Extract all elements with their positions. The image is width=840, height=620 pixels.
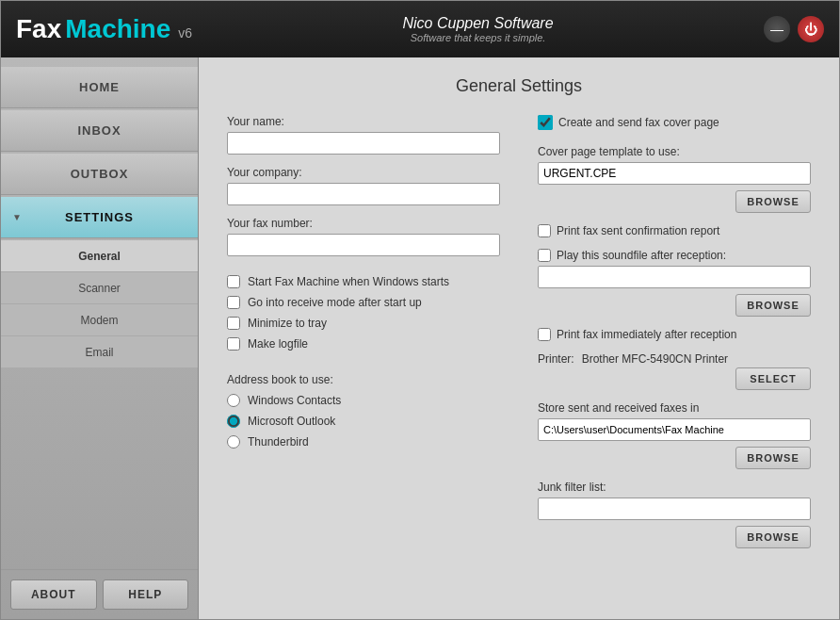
print-confirmation-row[interactable]: Print fax sent confirmation report [538,224,811,237]
fax-number-label: Your fax number: [227,217,500,230]
header: Fax Machine v6 Nico Cuppen Software Soft… [1,1,839,57]
start-windows-checkbox[interactable] [227,275,240,288]
startup-options: Start Fax Machine when Windows starts Go… [227,275,500,351]
sidebar-item-home[interactable]: HOME [1,67,198,108]
windows-contacts-radio[interactable] [227,394,240,407]
settings-arrow-icon: ▼ [12,212,23,222]
company-label: Your company: [227,166,500,179]
about-button[interactable]: ABOUT [10,579,97,610]
make-logfile-label: Make logfile [248,337,308,351]
microsoft-outlook-radio[interactable] [227,415,240,428]
address-book-section: Address book to use: Windows Contacts Mi… [227,373,500,449]
thunderbird-radio[interactable] [227,435,240,449]
receive-mode-checkbox[interactable] [227,296,240,309]
soundfile-label: Play this soundfile after reception: [557,249,726,262]
subnav-email[interactable]: Email [1,336,198,368]
make-logfile-checkbox[interactable] [227,337,240,351]
address-book-label: Address book to use: [227,373,500,386]
print-confirmation-checkbox[interactable] [538,224,551,237]
right-column: Create and send fax cover page Cover pag… [538,115,811,548]
cover-page-label: Create and send fax cover page [558,116,719,129]
name-input[interactable] [227,132,500,155]
main-content: HOME INBOX OUTBOX ▼ SETTINGS General Sca… [1,57,839,619]
minimize-tray-label: Minimize to tray [248,317,327,330]
company-cuppen: Cuppen [433,15,491,31]
printer-row: Printer: Brother MFC-5490CN Printer [538,352,811,366]
subnav-modem[interactable]: Modem [1,304,198,336]
minimize-button[interactable]: — [764,16,790,42]
browse3-button[interactable]: BROWSE [735,447,811,469]
minimize-tray-checkbox-item[interactable]: Minimize to tray [227,317,500,330]
soundfile-input[interactable] [538,266,811,288]
app-window: Fax Machine v6 Nico Cuppen Software Soft… [0,0,840,620]
company-info: Nico Cuppen Software Software that keeps… [402,15,553,43]
left-column: Your name: Your company: Your fax number… [227,115,500,548]
template-field-group: Cover page template to use: BROWSE [538,145,811,213]
sidebar-item-inbox[interactable]: INBOX [1,110,198,152]
store-path-input[interactable] [538,418,811,441]
company-tagline: Software that keeps it simple. [402,32,553,43]
name-field-group: Your name: [227,115,500,155]
power-button[interactable]: ⏻ [798,16,824,42]
logo-version: v6 [178,25,192,41]
receive-mode-checkbox-item[interactable]: Go into receive mode after start up [227,296,500,309]
sub-navigation: General Scanner Modem Email [1,240,198,368]
start-windows-checkbox-item[interactable]: Start Fax Machine when Windows starts [227,275,500,288]
browse1-button[interactable]: BROWSE [735,190,811,213]
browse2-button[interactable]: BROWSE [735,294,811,317]
make-logfile-checkbox-item[interactable]: Make logfile [227,337,500,351]
company-software: Software [493,15,553,31]
template-label: Cover page template to use: [538,145,811,158]
subnav-general[interactable]: General [1,240,198,272]
print-immediately-checkbox[interactable] [538,328,551,341]
windows-contacts-radio-item[interactable]: Windows Contacts [227,394,500,407]
browse4-button[interactable]: BROWSE [735,526,811,548]
browse4-row: BROWSE [538,524,811,548]
microsoft-outlook-label: Microsoft Outlook [248,415,335,428]
browse1-row: BROWSE [538,188,811,213]
print-immediately-label: Print fax immediately after reception [557,328,736,341]
soundfile-field-group: Play this soundfile after reception: BRO… [538,249,811,317]
sidebar-item-settings[interactable]: ▼ SETTINGS [1,197,198,238]
template-input[interactable] [538,162,811,185]
microsoft-outlook-radio-item[interactable]: Microsoft Outlook [227,415,500,428]
junk-section: Junk filter list: BROWSE [538,481,811,548]
thunderbird-label: Thunderbird [248,435,309,449]
subnav-scanner[interactable]: Scanner [1,272,198,304]
company-field-group: Your company: [227,166,500,205]
windows-contacts-label: Windows Contacts [248,394,341,407]
company-name: Nico Cuppen Software [402,15,553,32]
cover-page-checkbox[interactable] [538,115,553,130]
name-label: Your name: [227,115,500,128]
address-book-options: Windows Contacts Microsoft Outlook Thund… [227,394,500,449]
select-row: SELECT [538,366,811,390]
store-label: Store sent and received faxes in [538,401,811,415]
store-section: Store sent and received faxes in BROWSE [538,401,811,469]
app-logo: Fax Machine v6 [16,14,192,44]
logo-machine: Machine [65,14,170,44]
print-immediately-row[interactable]: Print fax immediately after reception [538,328,811,341]
browse2-row: BROWSE [538,292,811,317]
logo-fax: Fax [16,14,61,44]
settings-content: General Settings Your name: Your company… [199,57,839,619]
sidebar-footer: ABOUT HELP [1,569,198,619]
receive-mode-label: Go into receive mode after start up [248,296,422,309]
soundfile-row[interactable]: Play this soundfile after reception: [538,249,811,262]
settings-label: SETTINGS [65,210,134,224]
company-input[interactable] [227,183,500,205]
window-controls: — ⏻ [764,16,824,42]
help-button[interactable]: HELP [103,579,189,610]
soundfile-checkbox[interactable] [538,249,551,262]
cover-page-row: Create and send fax cover page [538,115,811,130]
browse3-row: BROWSE [538,445,811,469]
fax-number-input[interactable] [227,234,500,256]
thunderbird-radio-item[interactable]: Thunderbird [227,435,500,449]
sidebar-item-outbox[interactable]: OUTBOX [1,154,198,195]
page-title: General Settings [227,76,811,96]
select-button[interactable]: SELECT [735,367,811,390]
sidebar: HOME INBOX OUTBOX ▼ SETTINGS General Sca… [1,57,199,619]
junk-input[interactable] [538,498,811,520]
start-windows-label: Start Fax Machine when Windows starts [248,275,449,288]
print-confirmation-label: Print fax sent confirmation report [557,224,719,237]
minimize-tray-checkbox[interactable] [227,317,240,330]
